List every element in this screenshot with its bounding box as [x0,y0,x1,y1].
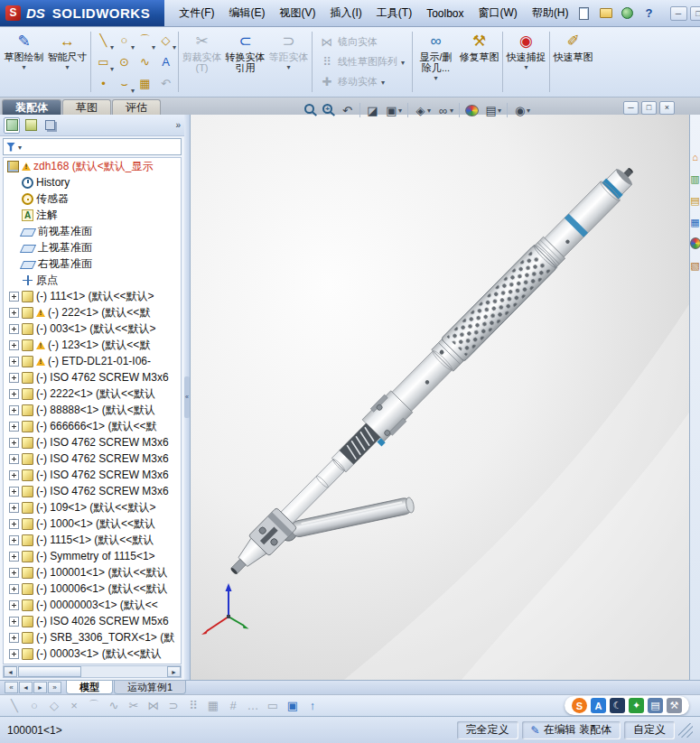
tree-item[interactable]: (-) ISO 4762 SCREW M3x6 [4,467,181,483]
tree-item[interactable]: 原点 [4,272,181,288]
model-tab-scroll-button[interactable] [5,682,18,693]
bottom-tool-button[interactable]: ⊃ [166,699,181,712]
tree-item[interactable]: History [4,174,181,190]
tree-item[interactable]: 传感器 [4,190,181,207]
menu-item[interactable]: 文件(F) [172,3,221,23]
expand-toggle-icon[interactable] [9,568,19,578]
dropdown-arrow-icon[interactable] [525,63,528,70]
scrollbar-thumb[interactable] [18,666,81,677]
graphics-canvas[interactable] [191,115,689,680]
toolbar-button[interactable]: ✐ 快速草图 [552,29,594,95]
expand-toggle-icon[interactable] [9,617,19,627]
command-tab[interactable]: 评估 [112,99,161,115]
resize-grip[interactable] [678,723,693,738]
tree-item[interactable]: (-) 111<1> (默认<<默认> [4,288,181,304]
dropdown-arrow-icon[interactable] [398,107,402,114]
toolbar-button[interactable]: ⋈ 镜向实体 [316,33,408,51]
window-control-button[interactable]: □ [690,6,700,21]
sketch-entity-button[interactable]: ∿ [135,51,155,73]
sketch-entity-button[interactable]: ▭ [93,51,114,73]
toolbar-button[interactable]: ⊂ 转换实体引用 [224,29,266,95]
command-tab[interactable]: 装配体 [2,99,61,115]
dropdown-arrow-icon[interactable] [401,59,405,66]
task-pane-tab[interactable]: ▥ [690,172,700,184]
expand-toggle-icon[interactable] [9,308,19,318]
document-window-button[interactable]: □ [641,101,657,115]
tree-item[interactable]: 注解 [4,207,181,223]
panel-overflow-chevron[interactable]: » [175,120,181,130]
dropdown-arrow-icon[interactable] [498,107,501,114]
tree-item[interactable]: (-) 1115<1> (默认<<默认 [4,532,181,548]
model-tab[interactable]: 模型 [66,681,113,694]
expand-toggle-icon[interactable] [9,552,19,562]
model-tab-scroll-button[interactable] [48,682,61,693]
scroll-right-button[interactable] [167,666,181,677]
tree-item[interactable]: (-) 100001<1> (默认<<默认 [4,564,181,580]
toolbar-button[interactable]: ✚ 移动实体 [316,73,408,91]
scrollbar-track[interactable] [82,666,167,677]
view-tool-button[interactable]: ▣ [383,102,404,118]
expand-toggle-icon[interactable] [9,405,19,415]
view-tool-button[interactable] [463,104,481,117]
tree-item[interactable]: (-) ISO 4762 SCREW M3x6 [4,450,181,467]
bottom-tool-button[interactable]: ⌒ [87,698,101,714]
menu-item[interactable]: 插入(I) [323,3,369,23]
bottom-tool-button[interactable]: ∿ [107,699,121,712]
bottom-tool-button[interactable]: ↑ [305,699,320,712]
view-tool-button[interactable]: ∞ [434,102,455,118]
expand-toggle-icon[interactable] [9,422,19,432]
dropdown-arrow-icon[interactable] [173,43,176,51]
tree-item[interactable]: (-) Symmetry of 1115<1> [4,548,181,564]
dropdown-arrow-icon[interactable] [434,74,438,81]
bottom-tool-button[interactable]: ✂ [126,699,141,712]
task-pane-tab[interactable]: ▧ [690,259,700,271]
expand-toggle-icon[interactable] [9,633,19,643]
model-tab-scroll-button[interactable] [33,682,47,693]
bottom-tool-button[interactable]: ╲ [7,699,22,712]
scroll-left-button[interactable] [4,666,17,677]
quick-access-button[interactable]: ? [641,5,658,21]
sketch-entity-button[interactable]: A [155,51,176,73]
dropdown-arrow-icon[interactable] [450,107,453,114]
manager-tab[interactable] [42,117,58,134]
tree-item[interactable]: 前视基准面 [4,223,181,239]
sketch-entity-button[interactable]: ○ [114,30,135,51]
view-tool-button[interactable]: ↶ [339,102,356,118]
tree-item[interactable]: zdh168 (默认<默认_显示 [4,158,181,174]
expand-toggle-icon[interactable] [9,519,19,529]
manager-tab[interactable] [61,117,77,134]
document-window-button[interactable]: × [659,101,675,115]
sketch-entity-button[interactable]: ╲ [93,30,114,51]
custom-cell[interactable]: 自定义 [624,721,675,739]
view-tool-button[interactable]: ◉ [511,102,532,118]
view-tool-button[interactable]: + [321,103,337,117]
tree-item[interactable]: (-) 003<1> (默认<<默认> [4,320,181,337]
command-tab[interactable]: 草图 [62,99,111,115]
bottom-tool-button[interactable]: ○ [27,699,42,712]
tree-item[interactable]: (-) ISO 4762 SCREW M3x6 [4,369,181,385]
dropdown-arrow-icon[interactable] [427,107,431,114]
menu-item[interactable]: 帮助(H) [525,3,576,23]
dropdown-arrow-icon[interactable] [527,107,530,114]
view-tool-button[interactable]: ◪ [364,102,381,118]
dropdown-arrow-icon[interactable] [381,79,385,86]
tree-item[interactable]: (-) ISO 4762 SCREW M3x6 [4,434,181,450]
bottom-tool-button[interactable]: × [67,699,81,712]
expand-toggle-icon[interactable] [9,503,19,513]
toolbar-button[interactable]: ⊃ 等距实体 [267,29,310,95]
toolbar-button[interactable]: ✂ 剪裁实体(T) [181,29,223,95]
tree-item[interactable]: (-) 222<1> (默认<<默 [4,304,181,320]
task-pane-tab[interactable] [690,237,700,249]
bottom-tool-button[interactable]: ▭ [266,699,280,712]
graphics-area[interactable] [191,115,689,680]
bottom-tool-button[interactable]: # [226,699,240,712]
bottom-tool-button[interactable]: ⠿ [186,699,201,712]
toolbar-button[interactable]: ↔ 智能尺寸 [46,29,89,95]
tree-item[interactable]: 右视基准面 [4,255,181,272]
toolbar-button[interactable]: ⠿ 线性草图阵列 [316,53,408,71]
tree-horizontal-scrollbar[interactable] [3,665,182,678]
sketch-entity-button[interactable]: ▦ [135,73,155,95]
expand-toggle-icon[interactable] [9,470,19,480]
quick-access-button[interactable] [598,5,614,21]
expand-toggle-icon[interactable] [9,373,19,383]
